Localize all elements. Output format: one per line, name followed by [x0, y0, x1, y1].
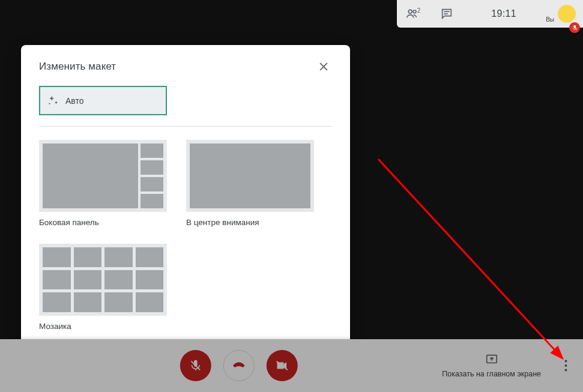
- layout-thumb-tiled: [39, 244, 167, 316]
- svg-point-1: [413, 10, 416, 13]
- top-bar: 2 19:11 Вы: [397, 0, 583, 28]
- clock: 19:11: [463, 8, 545, 19]
- username-short: Вы: [545, 16, 558, 24]
- dialog-title: Изменить макет: [39, 61, 116, 73]
- dialog-header: Изменить макет: [21, 45, 350, 86]
- layout-option-spotlight[interactable]: В центре внимания: [186, 140, 314, 227]
- layout-thumb-sidebar: [39, 140, 167, 212]
- divider: [39, 126, 332, 127]
- present-icon: [485, 353, 498, 366]
- chat-button[interactable]: [430, 0, 463, 28]
- svg-point-13: [564, 369, 567, 372]
- svg-point-12: [564, 364, 567, 367]
- more-options-button[interactable]: [558, 354, 573, 378]
- layout-auto-label: Авто: [65, 96, 84, 106]
- present-label: Показать на главном экране: [442, 370, 541, 378]
- camera-off-icon: [275, 359, 288, 372]
- bottom-bar: Показать на главном экране: [0, 339, 583, 392]
- right-controls: Показать на главном экране: [442, 353, 573, 378]
- hangup-button[interactable]: [223, 350, 254, 381]
- present-button[interactable]: Показать на главном экране: [442, 353, 541, 378]
- change-layout-dialog: Изменить макет Авто: [21, 45, 350, 351]
- phone-icon: [231, 358, 246, 373]
- people-icon: [405, 7, 418, 20]
- close-button[interactable]: [315, 58, 332, 75]
- layout-option-sidebar[interactable]: Боковая панель: [39, 140, 167, 227]
- layout-option-auto[interactable]: Авто: [39, 86, 167, 115]
- sparkle-icon: [40, 94, 65, 107]
- layout-option-tiled[interactable]: Мозаика: [39, 244, 167, 331]
- close-icon: [318, 61, 330, 73]
- participants-count: 2: [417, 7, 421, 14]
- chat-icon: [440, 7, 453, 20]
- center-controls: [180, 350, 297, 381]
- mic-off-icon: [572, 25, 578, 31]
- mic-off-icon: [189, 359, 202, 372]
- layout-thumb-spotlight: [186, 140, 314, 212]
- more-vert-icon: [564, 360, 567, 372]
- svg-point-0: [408, 10, 412, 13]
- layout-tiled-label: Мозаика: [39, 322, 167, 331]
- participants-button[interactable]: 2: [397, 0, 430, 28]
- avatar[interactable]: [558, 5, 576, 23]
- mute-button[interactable]: [180, 350, 211, 381]
- svg-point-11: [564, 360, 567, 363]
- mic-muted-badge: [569, 22, 580, 33]
- layout-sidebar-label: Боковая панель: [39, 218, 167, 227]
- camera-off-button[interactable]: [266, 350, 297, 381]
- layout-spotlight-label: В центре внимания: [186, 218, 314, 227]
